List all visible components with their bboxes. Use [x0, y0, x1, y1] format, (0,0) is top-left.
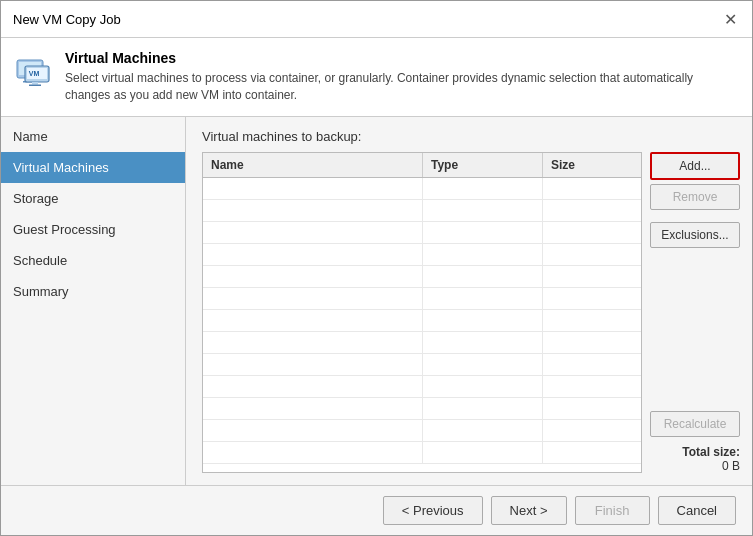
header-section: VM Virtual Machines Select virtual machi… [1, 38, 752, 117]
table-row [203, 376, 641, 398]
sidebar-item-virtual-machines[interactable]: Virtual Machines [1, 152, 185, 183]
sidebar-item-summary[interactable]: Summary [1, 276, 185, 307]
total-size-label: Total size: [650, 445, 740, 459]
table-header: Name Type Size [203, 153, 641, 178]
close-button[interactable]: ✕ [720, 9, 740, 29]
sidebar-item-guest-processing[interactable]: Guest Processing [1, 214, 185, 245]
header-heading: Virtual Machines [65, 50, 736, 66]
next-button[interactable]: Next > [491, 496, 567, 525]
content-area: Virtual machines to backup: Name Type Si… [186, 117, 752, 485]
main-content: Name Virtual Machines Storage Guest Proc… [1, 117, 752, 485]
sidebar: Name Virtual Machines Storage Guest Proc… [1, 117, 186, 485]
table-row [203, 354, 641, 376]
sidebar-item-schedule[interactable]: Schedule [1, 245, 185, 276]
header-text: Virtual Machines Select virtual machines… [65, 50, 736, 104]
table-row [203, 398, 641, 420]
previous-button[interactable]: < Previous [383, 496, 483, 525]
table-row [203, 244, 641, 266]
section-title: Virtual machines to backup: [202, 129, 740, 144]
col-header-size: Size [543, 153, 641, 177]
finish-button[interactable]: Finish [575, 496, 650, 525]
buttons-panel: Add... Remove Exclusions... Recalculate … [650, 152, 740, 473]
title-bar-left: New VM Copy Job [13, 12, 121, 27]
svg-rect-7 [32, 82, 38, 85]
title-bar: New VM Copy Job ✕ [1, 1, 752, 38]
table-row [203, 420, 641, 442]
table-body [203, 178, 641, 472]
vm-icon: VM [13, 50, 53, 90]
table-row [203, 332, 641, 354]
sidebar-item-storage[interactable]: Storage [1, 183, 185, 214]
dialog: New VM Copy Job ✕ VM Virtual Machines [0, 0, 753, 536]
recalculate-button[interactable]: Recalculate [650, 411, 740, 437]
remove-button[interactable]: Remove [650, 184, 740, 210]
svg-text:VM: VM [29, 70, 40, 77]
vm-table: Name Type Size [202, 152, 642, 473]
table-row [203, 222, 641, 244]
table-row [203, 266, 641, 288]
total-size: Total size: 0 B [650, 441, 740, 473]
table-and-buttons: Name Type Size [202, 152, 740, 473]
add-button[interactable]: Add... [650, 152, 740, 180]
table-row [203, 310, 641, 332]
dialog-title: New VM Copy Job [13, 12, 121, 27]
table-row [203, 178, 641, 200]
cancel-button[interactable]: Cancel [658, 496, 736, 525]
header-description: Select virtual machines to process via c… [65, 70, 736, 104]
footer: < Previous Next > Finish Cancel [1, 485, 752, 535]
table-row [203, 288, 641, 310]
exclusions-button[interactable]: Exclusions... [650, 222, 740, 248]
table-row [203, 442, 641, 464]
table-row [203, 200, 641, 222]
col-header-type: Type [423, 153, 543, 177]
sidebar-item-name[interactable]: Name [1, 121, 185, 152]
col-header-name: Name [203, 153, 423, 177]
svg-rect-8 [29, 85, 41, 87]
total-size-value: 0 B [650, 459, 740, 473]
